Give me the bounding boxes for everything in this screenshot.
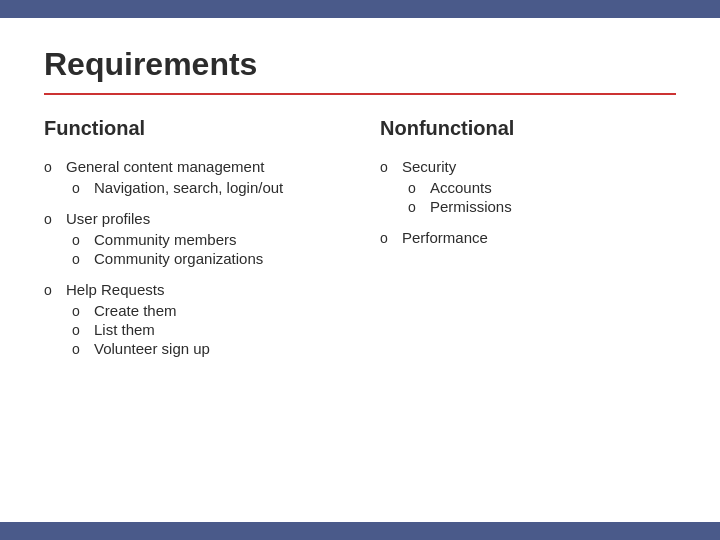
bullet-icon: o	[44, 211, 60, 227]
list-item: o Security	[380, 158, 676, 175]
list-item: o Performance	[380, 229, 676, 246]
sub-list: o Community members o Community organiza…	[72, 231, 340, 267]
item-text: Navigation, search, login/out	[94, 179, 283, 196]
list-item: o Permissions	[408, 198, 676, 215]
functional-section-3: o Help Requests o Create them o List the…	[44, 281, 340, 357]
bottom-bar	[0, 522, 720, 540]
sub-list: o Navigation, search, login/out	[72, 179, 340, 196]
main-content: Requirements Functional o General conten…	[0, 18, 720, 399]
functional-section-1: o General content management o Navigatio…	[44, 158, 340, 196]
list-item: o Help Requests	[44, 281, 340, 298]
item-text: Community organizations	[94, 250, 263, 267]
bullet-icon: o	[380, 230, 396, 246]
item-text: Permissions	[430, 198, 512, 215]
bullet-icon: o	[408, 199, 424, 215]
functional-column: Functional o General content management …	[44, 117, 370, 371]
bullet-icon: o	[72, 303, 88, 319]
bullet-icon: o	[408, 180, 424, 196]
item-text: Community members	[94, 231, 237, 248]
item-text: Accounts	[430, 179, 492, 196]
list-item: o Create them	[72, 302, 340, 319]
list-item: o General content management	[44, 158, 340, 175]
bullet-icon: o	[380, 159, 396, 175]
item-text: Help Requests	[66, 281, 164, 298]
nonfunctional-header: Nonfunctional	[380, 117, 676, 140]
functional-header: Functional	[44, 117, 340, 140]
sub-list: o Create them o List them o Volunteer si…	[72, 302, 340, 357]
bullet-icon: o	[44, 159, 60, 175]
item-text: General content management	[66, 158, 264, 175]
sub-list: o Accounts o Permissions	[408, 179, 676, 215]
item-text: User profiles	[66, 210, 150, 227]
list-item: o Community organizations	[72, 250, 340, 267]
functional-section-2: o User profiles o Community members o Co…	[44, 210, 340, 267]
list-item: o Volunteer sign up	[72, 340, 340, 357]
item-text: Performance	[402, 229, 488, 246]
item-text: List them	[94, 321, 155, 338]
nonfunctional-column: Nonfunctional o Security o Accounts o Pe…	[370, 117, 676, 371]
item-text: Volunteer sign up	[94, 340, 210, 357]
list-item: o Community members	[72, 231, 340, 248]
list-item: o Navigation, search, login/out	[72, 179, 340, 196]
list-item: o Accounts	[408, 179, 676, 196]
bullet-icon: o	[72, 341, 88, 357]
bullet-icon: o	[72, 322, 88, 338]
list-item: o User profiles	[44, 210, 340, 227]
bullet-icon: o	[72, 180, 88, 196]
bullet-icon: o	[72, 251, 88, 267]
bullet-icon: o	[44, 282, 60, 298]
item-text: Create them	[94, 302, 177, 319]
bullet-icon: o	[72, 232, 88, 248]
page-title: Requirements	[44, 46, 676, 83]
item-text: Security	[402, 158, 456, 175]
nonfunctional-section-2: o Performance	[380, 229, 676, 246]
list-item: o List them	[72, 321, 340, 338]
title-divider	[44, 93, 676, 95]
top-bar	[0, 0, 720, 18]
two-column-layout: Functional o General content management …	[44, 117, 676, 371]
nonfunctional-section-1: o Security o Accounts o Permissions	[380, 158, 676, 215]
